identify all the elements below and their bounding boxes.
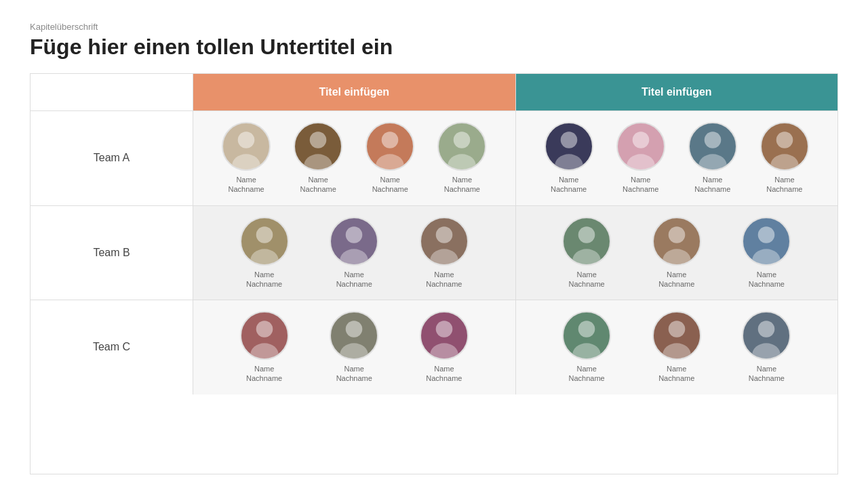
member: NameNachname <box>652 311 701 384</box>
avatar <box>330 217 378 266</box>
team-row: Team B NameNachname NameNachname NameNac… <box>31 205 837 300</box>
member-name: NameNachname <box>300 175 336 195</box>
svg-point-19 <box>340 249 368 264</box>
svg-point-17 <box>250 249 279 264</box>
svg-point-1 <box>232 154 260 169</box>
svg-point-10 <box>632 131 649 148</box>
team-col1-members: NameNachname NameNachname NameNachname N… <box>193 111 516 205</box>
avatar <box>688 122 737 171</box>
svg-point-4 <box>382 131 399 148</box>
member: NameNachname <box>420 217 469 289</box>
member: NameNachname <box>366 122 414 195</box>
member: NameNachname <box>240 311 289 384</box>
team-row: Team C NameNachname NameNachname NameNac… <box>31 300 837 394</box>
svg-point-16 <box>256 226 273 243</box>
header-col-1-label: Titel einfügen <box>319 86 389 98</box>
member-name: NameNachname <box>444 175 480 195</box>
svg-point-38 <box>758 321 775 338</box>
svg-point-25 <box>663 249 691 264</box>
team-col1-members: NameNachname NameNachname NameNachname <box>193 206 516 300</box>
avatar <box>330 311 378 360</box>
svg-point-32 <box>436 321 453 338</box>
svg-point-36 <box>668 321 685 338</box>
member-name: NameNachname <box>749 270 785 289</box>
member-name: NameNachname <box>551 175 587 195</box>
member-name: NameNachname <box>749 364 785 384</box>
svg-point-5 <box>376 154 405 169</box>
avatar <box>742 311 791 360</box>
avatar <box>240 217 289 266</box>
svg-point-31 <box>340 344 368 359</box>
svg-point-29 <box>250 344 279 359</box>
header-row: Titel einfügen Titel einfügen <box>31 74 837 110</box>
svg-point-13 <box>698 154 727 169</box>
member: NameNachname <box>742 217 791 289</box>
avatar <box>652 217 701 266</box>
member: NameNachname <box>437 122 486 195</box>
svg-point-30 <box>346 321 363 338</box>
avatar <box>545 122 593 171</box>
svg-point-6 <box>454 131 471 148</box>
team-col1-members: NameNachname NameNachname NameNachname <box>193 300 516 394</box>
member-name: NameNachname <box>623 175 658 195</box>
team-label: Team A <box>31 111 193 205</box>
member: NameNachname <box>742 311 791 384</box>
svg-point-37 <box>663 344 691 359</box>
member: NameNachname <box>545 122 593 195</box>
member-name: NameNachname <box>766 175 802 195</box>
team-row: Team A NameNachname NameNachname NameNac… <box>31 110 837 205</box>
member: NameNachname <box>562 311 611 384</box>
avatar <box>652 311 701 360</box>
svg-point-35 <box>572 344 601 359</box>
svg-point-21 <box>430 249 458 264</box>
member-name: NameNachname <box>426 364 462 384</box>
page-container: Kapitelüberschrift Füge hier einen tolle… <box>0 0 868 488</box>
svg-point-12 <box>705 131 722 148</box>
member-name: NameNachname <box>426 270 462 289</box>
svg-point-8 <box>560 131 577 148</box>
rows-container: Team A NameNachname NameNachname NameNac… <box>31 110 837 394</box>
team-col2-members: NameNachname NameNachname NameNachname N… <box>516 111 838 205</box>
member-name: NameNachname <box>694 175 730 195</box>
team-col2-members: NameNachname NameNachname NameNachname <box>516 206 838 300</box>
svg-point-7 <box>448 154 477 169</box>
member: NameNachname <box>330 217 378 289</box>
member: NameNachname <box>652 217 701 289</box>
svg-point-39 <box>753 344 781 359</box>
svg-point-24 <box>668 226 685 243</box>
avatar <box>437 122 486 171</box>
member-name: NameNachname <box>658 364 694 384</box>
svg-point-2 <box>310 131 327 148</box>
avatar <box>760 122 809 171</box>
chapter-label: Kapitelüberschrift <box>30 22 838 32</box>
team-col2-members: NameNachname NameNachname NameNachname <box>516 300 838 394</box>
member: NameNachname <box>760 122 809 195</box>
team-table: Titel einfügen Titel einfügen Team A Nam… <box>30 73 838 474</box>
member-name: NameNachname <box>569 364 605 384</box>
avatar <box>222 122 271 171</box>
avatar <box>742 217 791 266</box>
avatar <box>420 217 469 266</box>
svg-point-34 <box>578 321 595 338</box>
member-name: NameNachname <box>569 270 605 289</box>
svg-point-18 <box>346 226 363 243</box>
svg-point-20 <box>436 226 453 243</box>
avatar <box>562 311 611 360</box>
svg-point-26 <box>758 226 775 243</box>
svg-point-27 <box>753 249 781 264</box>
avatar <box>240 311 289 360</box>
svg-point-9 <box>555 154 583 169</box>
member: NameNachname <box>420 311 469 384</box>
svg-point-11 <box>627 154 655 169</box>
member: NameNachname <box>222 122 271 195</box>
team-label: Team B <box>31 206 193 300</box>
member-name: NameNachname <box>658 270 694 289</box>
svg-point-3 <box>304 154 332 169</box>
team-label: Team C <box>31 300 193 394</box>
header-col-2: Titel einfügen <box>516 74 838 110</box>
member-name: NameNachname <box>246 270 282 289</box>
svg-point-22 <box>578 226 595 243</box>
member: NameNachname <box>330 311 378 384</box>
member-name: NameNachname <box>246 364 282 384</box>
avatar <box>420 311 469 360</box>
